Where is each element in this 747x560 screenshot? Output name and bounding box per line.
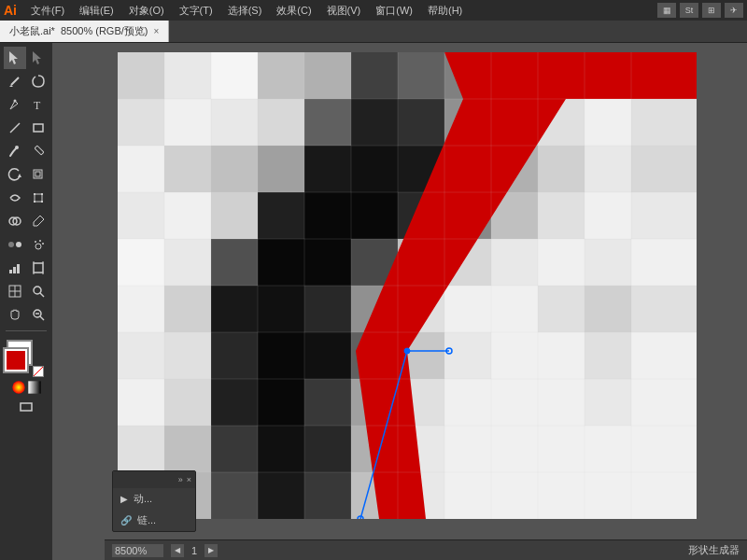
gradient-mode-button[interactable]: [27, 380, 42, 395]
menu-type[interactable]: 文字(T): [173, 2, 219, 20]
workspace-icon[interactable]: ⊞: [702, 3, 721, 18]
toolbar-divider: [6, 330, 47, 331]
type-tool[interactable]: T: [27, 93, 49, 116]
svg-point-24: [39, 240, 41, 242]
svg-rect-59: [164, 99, 211, 146]
menu-object[interactable]: 对象(O): [122, 2, 171, 20]
menu-edit[interactable]: 编辑(E): [73, 2, 120, 20]
svg-rect-83: [164, 192, 211, 239]
warp-tool[interactable]: [4, 187, 26, 209]
tab-close-button[interactable]: ×: [153, 26, 159, 36]
svg-rect-144: [211, 426, 258, 472]
svg-rect-71: [164, 146, 211, 192]
selection-tool[interactable]: [4, 47, 26, 69]
svg-rect-125: [444, 332, 491, 379]
main-layout: T: [0, 43, 747, 560]
svg-rect-50: [304, 52, 351, 99]
tool-row-11: [4, 280, 49, 302]
svg-rect-49: [258, 52, 304, 99]
svg-rect-14: [34, 193, 35, 195]
svg-rect-95: [164, 239, 211, 286]
menu-view[interactable]: 视图(V): [320, 2, 368, 20]
fill-color: [5, 349, 27, 371]
share-icon[interactable]: ✈: [725, 3, 743, 18]
artwork-svg: [118, 52, 697, 519]
artboard-tool[interactable]: [27, 257, 49, 279]
menu-select[interactable]: 选择(S): [221, 2, 269, 20]
rotate-tool[interactable]: [4, 163, 26, 186]
pen-tool[interactable]: [4, 93, 26, 116]
svg-rect-149: [444, 426, 491, 472]
link-icon: 🔗: [120, 515, 132, 525]
svg-point-168: [404, 348, 410, 354]
svg-rect-47: [164, 52, 211, 99]
line-tool[interactable]: [4, 117, 26, 139]
menu-effect[interactable]: 效果(C): [270, 2, 317, 20]
svg-rect-146: [304, 426, 351, 472]
zoom-tool[interactable]: [27, 280, 49, 302]
slice-tool[interactable]: [4, 280, 26, 302]
nav-next-button[interactable]: ▶: [204, 544, 218, 557]
svg-rect-81: [631, 146, 697, 192]
svg-rect-73: [258, 146, 304, 192]
svg-rect-151: [538, 426, 585, 472]
eyedropper-tool[interactable]: [27, 210, 49, 232]
hand-tool[interactable]: [4, 303, 26, 326]
zoom-input[interactable]: 8500%: [112, 544, 163, 557]
tool-row-7: [4, 187, 49, 209]
play-icon: ▶: [120, 494, 128, 504]
svg-point-25: [42, 243, 44, 245]
svg-rect-165: [631, 472, 697, 519]
tool-row-1: [4, 47, 49, 69]
blend-tool[interactable]: [4, 233, 26, 256]
document-tab[interactable]: 小老鼠.ai* 8500% (RGB/预览) ×: [0, 21, 169, 42]
menu-help[interactable]: 帮助(H): [421, 2, 469, 20]
svg-rect-137: [444, 379, 491, 426]
svg-rect-44: [21, 403, 32, 411]
menu-window[interactable]: 窗口(W): [369, 2, 419, 20]
svg-rect-115: [538, 286, 585, 332]
nav-prev-button[interactable]: ◀: [171, 544, 184, 557]
bridge-icon[interactable]: St: [680, 3, 698, 18]
direct-selection-tool[interactable]: [27, 47, 49, 69]
svg-point-20: [8, 242, 14, 247]
svg-rect-52: [398, 52, 444, 99]
panel-close-icon[interactable]: ×: [187, 475, 191, 484]
svg-rect-110: [304, 286, 351, 332]
graph-tool[interactable]: [4, 257, 26, 279]
menu-file[interactable]: 文件(F): [24, 2, 71, 20]
tool-row-8: [4, 210, 49, 232]
magic-wand-tool[interactable]: [4, 70, 26, 92]
panel-item-action[interactable]: ▶ 动...: [113, 488, 195, 510]
svg-rect-158: [304, 472, 351, 519]
zoom-control[interactable]: 8500%: [112, 544, 163, 557]
svg-rect-70: [118, 146, 164, 192]
panel-forward-icon[interactable]: »: [178, 475, 183, 484]
svg-rect-114: [491, 286, 538, 332]
svg-rect-82: [118, 192, 164, 239]
svg-rect-132: [211, 379, 258, 426]
screen-mode-button[interactable]: [15, 396, 37, 418]
panel-item-link[interactable]: 🔗 链...: [113, 510, 195, 531]
svg-marker-3: [9, 85, 13, 87]
pencil-tool[interactable]: [27, 140, 49, 162]
scale-tool[interactable]: [27, 163, 49, 186]
symbol-sprayer-tool[interactable]: [27, 233, 49, 256]
none-indicator[interactable]: [33, 366, 44, 377]
shape-builder-tool[interactable]: [4, 210, 26, 232]
paintbrush-tool[interactable]: [4, 140, 26, 162]
zoom-view-tool[interactable]: [27, 303, 49, 326]
fill-stroke-swatches[interactable]: [3, 340, 49, 377]
svg-rect-108: [211, 286, 258, 332]
svg-rect-16: [34, 201, 35, 203]
free-transform-tool[interactable]: [27, 187, 49, 209]
fill-swatch[interactable]: [3, 347, 29, 373]
tab-mode: 8500% (RGB/预览): [61, 24, 148, 38]
tool-row-4: [4, 117, 49, 139]
rectangle-tool[interactable]: [27, 117, 49, 139]
menu-bar: Ai 文件(F) 编辑(E) 对象(O) 文字(T) 选择(S) 效果(C) 视…: [0, 0, 747, 21]
panel-header: » ×: [113, 471, 195, 488]
color-mode-button[interactable]: [11, 380, 26, 395]
arrange-icon[interactable]: ▦: [657, 3, 676, 18]
lasso-tool[interactable]: [27, 70, 49, 92]
